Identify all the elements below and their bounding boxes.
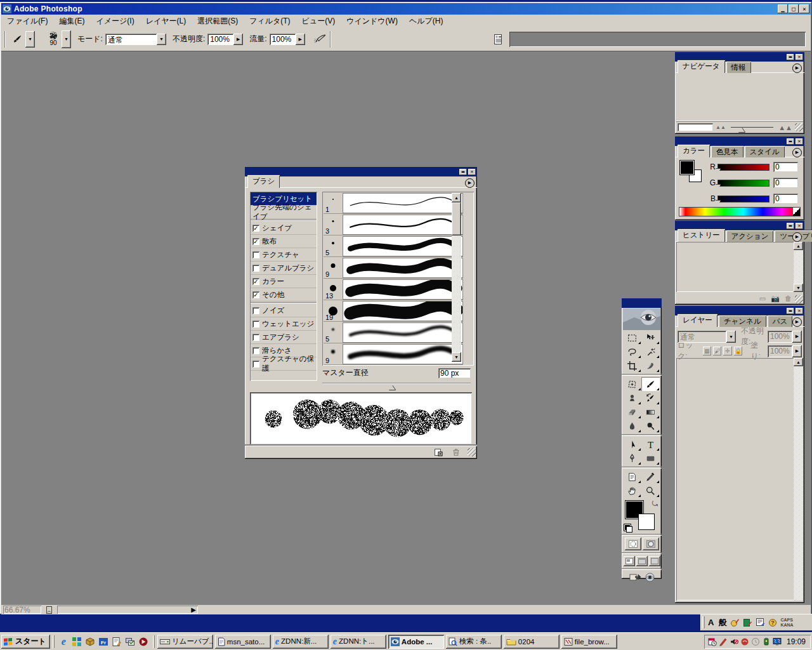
checkbox-icon[interactable]: ✓ (252, 238, 259, 245)
blend-mode-dropdown-icon[interactable]: ▼ (157, 34, 166, 45)
scheduler-icon[interactable] (708, 637, 717, 646)
palette-minimize-button[interactable]: ▬ (787, 54, 794, 60)
caps-indicator[interactable]: CAPS (780, 618, 793, 623)
outlook-icon[interactable] (84, 635, 97, 648)
menu-item[interactable]: ビュー(V) (296, 15, 341, 28)
checkbox-icon[interactable]: ✓ (252, 291, 259, 298)
fill-arrow-icon[interactable]: ▶ (792, 345, 802, 357)
photoshop-logo-banner[interactable] (623, 308, 660, 330)
flow-slider-icon[interactable]: ▶ (296, 34, 305, 45)
fullscreen-button[interactable] (649, 556, 660, 566)
status-popup-arrow-icon[interactable]: ▶ (191, 606, 196, 613)
realplayer-icon[interactable] (137, 635, 150, 648)
palette-close-button[interactable]: ✕ (468, 169, 476, 175)
sidebar-item-テクスチャの保護[interactable]: テクスチャの保護 (251, 357, 317, 371)
taskbar-task-Adobe ...[interactable]: Adobe ... (388, 635, 444, 649)
menu-item[interactable]: イメージ(I) (90, 15, 140, 28)
slice-tool[interactable] (641, 359, 660, 373)
airbrush-toggle[interactable] (313, 33, 327, 46)
palette-menu-button[interactable]: ▶ (792, 148, 802, 157)
layers-list[interactable]: ▲ (676, 358, 803, 600)
checkbox-icon[interactable]: ✓ (252, 225, 259, 232)
taskbar-task-file_brow...[interactable]: file_brow... (561, 635, 617, 649)
kana-indicator[interactable]: KANA (780, 623, 793, 628)
palette-close-button[interactable]: ✕ (796, 54, 803, 60)
hand-tool[interactable] (623, 484, 641, 498)
ime-help-icon[interactable]: ? (768, 617, 778, 628)
brush-tool[interactable] (641, 377, 660, 391)
menu-item[interactable]: フィルタ(T) (244, 15, 296, 28)
master-diameter-slider[interactable] (322, 381, 471, 388)
eyedropper-tool[interactable] (641, 470, 660, 484)
channel-value-field[interactable]: 0 (773, 194, 798, 204)
channel-slider[interactable] (717, 164, 769, 171)
slider-thumb[interactable] (389, 382, 395, 390)
sidebar-item-散布[interactable]: ✓散布 (251, 235, 317, 248)
eraser-tool[interactable] (623, 405, 641, 419)
taskbar-task-検索 : 条..[interactable]: 検索 : 条.. (446, 635, 502, 649)
start-button[interactable]: スタート (1, 635, 50, 649)
fullscreen-menubar-button[interactable] (636, 556, 648, 566)
blend-mode-select[interactable]: 通常 ▼ (105, 34, 166, 45)
healing-patch-tool[interactable] (623, 377, 641, 391)
jump-to-imageready-button[interactable] (629, 572, 655, 582)
navigator-zoom-slider[interactable] (731, 127, 773, 128)
new-brush-button[interactable] (432, 448, 445, 457)
standard-screen-button[interactable] (624, 556, 635, 566)
journal-icon[interactable] (110, 635, 124, 648)
crop-tool[interactable] (623, 359, 641, 373)
tab-brushes[interactable]: ブラシ (247, 175, 280, 188)
delete-brush-button[interactable] (450, 448, 462, 457)
navigator-zoom-field[interactable] (678, 123, 713, 131)
color-spectrum-bar[interactable] (679, 207, 801, 216)
swap-colors-icon[interactable]: ⤿ (652, 500, 658, 508)
checkbox-icon[interactable] (252, 347, 259, 354)
minimize-button[interactable]: ▁ (778, 4, 788, 13)
palette-minimize-button[interactable]: ▬ (787, 308, 794, 314)
scroll-up-icon[interactable]: ▲ (452, 193, 461, 202)
default-colors-icon[interactable] (624, 524, 632, 533)
blend-dropdown-icon[interactable]: ▼ (726, 331, 736, 343)
channel-value-field[interactable]: 0 (773, 162, 798, 172)
menu-item[interactable]: ウインドウ(W) (341, 15, 403, 28)
display-icon[interactable] (773, 637, 782, 646)
lock-paint-icon[interactable]: 🖌 (713, 347, 721, 355)
sidebar-item-エアブラシ[interactable]: エアブラシ (251, 331, 317, 344)
new-snapshot-icon[interactable]: 📷 (771, 295, 780, 303)
channels-icon[interactable] (70, 635, 84, 648)
zoom-out-icon[interactable]: ▲▲ (713, 124, 728, 130)
history-brush-tool[interactable] (641, 391, 660, 405)
ime-conversion-mode-button[interactable]: 般 (717, 617, 728, 628)
brush-preset-item[interactable]: 5 (324, 236, 463, 257)
show-desktop-icon[interactable] (124, 635, 137, 648)
rect-marquee-tool[interactable] (623, 331, 641, 345)
brush-preset-dropdown[interactable]: ▼ (62, 30, 71, 48)
clone-stamp-tool[interactable] (623, 391, 641, 405)
delete-state-icon[interactable]: 🗑 (785, 295, 792, 303)
tab-layers-0[interactable]: レイヤー (678, 314, 717, 327)
brush-preset-item[interactable]: 3 (324, 215, 463, 235)
menu-item[interactable]: レイヤー(L) (140, 15, 192, 28)
path-select-tool[interactable] (623, 437, 641, 451)
checkbox-icon[interactable] (252, 251, 259, 258)
title-bar[interactable]: Adobe Photoshop ▁ □ ✕ (1, 3, 811, 15)
channel-slider[interactable] (717, 196, 769, 202)
zoom-in-icon[interactable]: ▲▲ (776, 124, 795, 131)
taskbar-task-ZDNN:ト...[interactable]: eZDNN:ト... (331, 635, 386, 649)
brush-preset-item[interactable]: 9 (324, 258, 463, 279)
taskbar-task-リムーバブ...[interactable]: リムーバブ... (157, 635, 213, 649)
checkbox-icon[interactable] (252, 321, 259, 328)
sidebar-item-カラー[interactable]: ✓カラー (251, 275, 317, 288)
sidebar-item-ノイズ[interactable]: ノイズ (251, 304, 317, 317)
checkbox-icon[interactable]: ✓ (252, 278, 259, 285)
tab-layers-1[interactable]: チャンネル (719, 315, 766, 327)
opacity-input[interactable]: 100% ▶ (207, 34, 243, 45)
channel-value-field[interactable]: 0 (773, 178, 798, 188)
foreground-color-swatch[interactable] (680, 161, 694, 175)
panel-resize-grip[interactable] (795, 295, 803, 303)
ime-pad-icon[interactable] (730, 617, 740, 628)
move-tool[interactable] (641, 331, 660, 345)
sidebar-item-ウェットエッジ[interactable]: ウェットエッジ (251, 317, 317, 331)
lock-transparency-icon[interactable]: ▦ (703, 347, 711, 355)
scroll-down-icon[interactable]: ▼ (794, 284, 803, 292)
